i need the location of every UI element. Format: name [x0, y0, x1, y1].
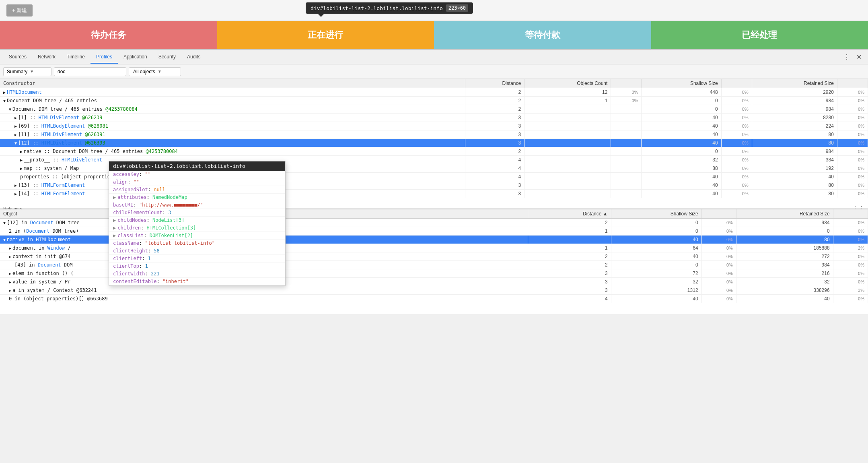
close-devtools-icon[interactable]: ✕ — [853, 52, 865, 62]
expand-icon[interactable]: ▶ — [14, 116, 17, 120]
constructor-cell: ▶[11] :: HTMLDivElement @626391 — [0, 130, 465, 139]
obj-count-cell — [525, 156, 611, 164]
shallow-cell: 0 — [642, 105, 721, 114]
expand-icon[interactable]: ▶ — [9, 280, 11, 284]
col-objects-pct — [611, 79, 642, 88]
popup-expand-icon[interactable]: ▶ — [113, 233, 116, 238]
ret-col-distance[interactable]: Distance ▲ — [528, 209, 611, 219]
ret-distance-cell: 3 — [528, 286, 611, 295]
table-row[interactable]: ▶HTMLDocument 2 12 0% 448 0% 2920 0% — [0, 88, 868, 97]
expand-icon[interactable]: ▶ — [14, 183, 17, 188]
kanban-col-inprogress[interactable]: 正在进行 — [217, 21, 434, 49]
retained-pct-cell: 0% — [837, 105, 868, 114]
table-row[interactable]: ▶native :: Document DOM tree / 465 entri… — [0, 147, 868, 156]
expand-icon[interactable]: ▶ — [14, 132, 17, 137]
retained-pct-cell: 0% — [837, 190, 868, 198]
shallow-pct-cell: 0% — [721, 156, 752, 164]
kanban-col-waiting[interactable]: 等待付款 — [434, 21, 651, 49]
tab-sources[interactable]: Sources — [3, 51, 32, 64]
obj-count-cell — [525, 164, 611, 173]
tab-timeline[interactable]: Timeline — [61, 51, 91, 64]
ret-shallow-pct-cell: 0% — [701, 286, 736, 295]
col-retained-size[interactable]: Retained Size — [752, 79, 837, 88]
obj-filter-dropdown[interactable]: All objects ▼ — [129, 67, 181, 76]
shallow-pct-cell: 0% — [721, 147, 752, 156]
expand-icon[interactable]: ▼ — [9, 107, 11, 112]
summary-dropdown[interactable]: Summary ▼ — [3, 67, 51, 76]
more-tabs-icon[interactable]: ⋮ — [840, 52, 853, 62]
expand-icon[interactable]: ▶ — [14, 192, 17, 196]
table-row[interactable]: ▶[11] :: HTMLDivElement @626391 3 40 0% … — [0, 130, 868, 139]
ret-shallow-cell: 0 — [611, 227, 701, 236]
obj-pct-cell: 0% — [611, 97, 642, 105]
distance-cell: 2 — [465, 105, 524, 114]
ret-col-shallow[interactable]: Shallow Size — [611, 209, 701, 219]
ret-col-retained[interactable]: Retained Size — [736, 209, 833, 219]
text-filter-input[interactable] — [54, 67, 126, 76]
table-row[interactable]: ▶[1] :: HTMLDivElement @626239 3 40 0% 8… — [0, 114, 868, 122]
table-row[interactable]: ▼Document DOM tree / 465 entries 2 1 0% … — [0, 97, 868, 105]
expand-icon[interactable]: ▶ — [20, 158, 23, 162]
col-shallow-size[interactable]: Shallow Size — [642, 79, 721, 88]
expand-icon[interactable]: ▶ — [14, 124, 17, 128]
distance-cell: 2 — [465, 88, 524, 97]
expand-icon[interactable]: ▶ — [9, 271, 11, 276]
popup-property-row: clientTop: 1 — [109, 263, 285, 270]
expand-icon[interactable]: ▶ — [9, 246, 11, 250]
tab-audits[interactable]: Audits — [181, 51, 206, 64]
tab-network[interactable]: Network — [32, 51, 61, 64]
expand-icon[interactable]: ▶ — [20, 166, 23, 171]
popup-expand-icon[interactable]: ▶ — [113, 225, 116, 231]
expand-icon[interactable]: ▶ — [9, 254, 11, 259]
col-constructor[interactable]: Constructor — [0, 79, 465, 88]
retainers-row[interactable]: 0 in (object properties)[] @663689 4 40 … — [0, 295, 868, 303]
shallow-cell: 40 — [642, 173, 721, 181]
kanban-col-done[interactable]: 已经处理 — [651, 21, 868, 49]
table-row[interactable]: ▼Document DOM tree / 465 entries @425378… — [0, 105, 868, 114]
popup-property-row: contentEditable: "inherit" — [109, 278, 285, 285]
popup-expand-icon[interactable]: ▶ — [113, 194, 116, 200]
popup-property-row: clientHeight: 58 — [109, 247, 285, 255]
constructor-cell: ▶[69] :: HTMLBodyElement @628081 — [0, 122, 465, 130]
popup-property-row: ▶childNodes: NodeList[3] — [109, 217, 285, 224]
tab-security[interactable]: Security — [153, 51, 181, 64]
obj-filter-arrow: ▼ — [158, 69, 162, 74]
obj-pct-cell — [611, 147, 642, 156]
table-row[interactable]: ▶[69] :: HTMLBodyElement @628081 3 40 0%… — [0, 122, 868, 130]
expand-icon[interactable]: ▼ — [14, 141, 17, 145]
ret-retained-cell: 185888 — [736, 244, 833, 252]
retained-cell: 8280 — [752, 114, 837, 122]
ret-retained-pct-cell: 0% — [833, 227, 868, 236]
constructor-cell: ▼Document DOM tree / 465 entries @425378… — [0, 105, 465, 114]
table-row[interactable]: ▼[12] :: HTMLDivElement @626393 3 40 0% … — [0, 139, 868, 147]
expand-icon[interactable]: ▶ — [3, 90, 6, 95]
kanban-col-todo[interactable]: 待办任务 — [0, 21, 217, 49]
popup-property-row: clientWidth: 221 — [109, 270, 285, 278]
tab-profiles[interactable]: Profiles — [91, 51, 118, 64]
col-objects-count[interactable]: Objects Count — [525, 79, 611, 88]
expand-icon[interactable]: ▼ — [3, 99, 6, 103]
ret-retained-pct-cell: 0% — [833, 269, 868, 278]
popup-property-row: baseURI: "http://www.■■■■■■■■/" — [109, 201, 285, 209]
tab-application[interactable]: Application — [118, 51, 153, 64]
expand-icon[interactable]: ▼ — [3, 238, 6, 242]
ret-shallow-pct-cell: 0% — [701, 219, 736, 227]
obj-pct-cell — [611, 105, 642, 114]
ret-shallow-cell: 0 — [611, 219, 701, 227]
new-button[interactable]: + 新建 — [6, 4, 33, 17]
ret-distance-cell — [528, 236, 611, 244]
retainers-row[interactable]: ▶a in system / Context @632241 3 1312 0%… — [0, 286, 868, 295]
ret-retained-pct-cell: 0% — [833, 252, 868, 261]
ret-shallow-pct-cell: 0% — [701, 269, 736, 278]
col-distance[interactable]: Distance — [465, 79, 524, 88]
expand-icon[interactable]: ▶ — [9, 288, 11, 293]
expand-icon[interactable]: ▶ — [20, 149, 23, 154]
obj-count-cell — [525, 122, 611, 130]
expand-icon[interactable]: ▼ — [3, 221, 6, 225]
ret-retained-cell: 984 — [736, 261, 833, 269]
shallow-pct-cell: 0% — [721, 122, 752, 130]
distance-cell: 2 — [465, 147, 524, 156]
popup-expand-icon[interactable]: ▶ — [113, 217, 116, 223]
ret-shallow-cell: 40 — [611, 236, 701, 244]
popup-property-row: ▶attributes: NamedNodeMap — [109, 194, 285, 201]
